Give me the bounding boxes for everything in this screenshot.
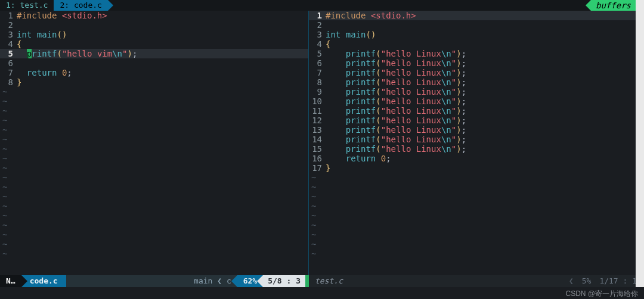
code-line[interactable]: 8} (0, 77, 308, 87)
code-line[interactable]: 7 return 0; (0, 68, 308, 77)
editor-pane-right[interactable]: 1#include <stdio.h>23int main()4{5 print… (309, 11, 644, 275)
empty-line: ~ (309, 211, 644, 220)
code-line[interactable]: 2 (0, 20, 308, 30)
code-area-left[interactable]: 1#include <stdio.h>23int main()4{5 print… (0, 11, 308, 275)
line-content[interactable]: printf("hello Linux\n"); (326, 106, 466, 116)
line-content[interactable]: } (17, 77, 21, 87)
scrollbar[interactable] (636, 0, 644, 287)
tilde-icon: ~ (0, 163, 7, 173)
buffers-badge[interactable]: buffers (591, 0, 636, 11)
empty-line: ~ (309, 220, 644, 230)
tilde-icon: ~ (309, 220, 316, 230)
code-line[interactable]: 3int main() (309, 30, 644, 39)
code-line[interactable]: 7 printf("hello Linux\n"); (309, 68, 644, 77)
tilde-icon: ~ (309, 173, 316, 182)
line-number: 6 (309, 58, 326, 68)
empty-line: ~ (309, 230, 644, 239)
code-line[interactable]: 3int main() (0, 30, 308, 39)
empty-line: ~ (0, 182, 308, 192)
line-number: 4 (0, 39, 17, 49)
empty-line: ~ (0, 87, 308, 96)
code-line[interactable]: 1#include <stdio.h> (0, 11, 308, 20)
tilde-icon: ~ (0, 230, 7, 239)
empty-line: ~ (0, 135, 308, 144)
line-number: 10 (309, 96, 326, 106)
line-number: 7 (309, 68, 326, 77)
line-number: 9 (309, 87, 326, 96)
empty-line: ~ (0, 154, 308, 163)
line-content[interactable]: printf("hello Linux\n"); (326, 68, 466, 77)
code-line[interactable]: 5 printf("hello vim\n"); (0, 49, 308, 58)
empty-line: ~ (0, 144, 308, 154)
code-line[interactable]: 6 printf("hello Linux\n"); (309, 58, 644, 68)
empty-line: ~ (0, 173, 308, 182)
tilde-icon: ~ (309, 201, 316, 211)
line-content[interactable]: printf("hello Linux\n"); (326, 58, 466, 68)
tab-test-c[interactable]: 1: test.c (0, 0, 54, 11)
line-content[interactable]: { (17, 39, 21, 49)
code-line[interactable]: 10 printf("hello Linux\n"); (309, 96, 644, 106)
line-content[interactable]: int main() (17, 30, 67, 39)
empty-line: ~ (0, 220, 308, 230)
empty-line: ~ (0, 116, 308, 125)
empty-line: ~ (309, 192, 644, 201)
code-line[interactable]: 15 printf("hello Linux\n"); (309, 144, 644, 154)
chevron-left-icon: ❮ (569, 275, 574, 287)
empty-line: ~ (0, 211, 308, 220)
code-line[interactable]: 13 printf("hello Linux\n"); (309, 125, 644, 135)
tilde-icon: ~ (0, 116, 7, 125)
code-line[interactable]: 4{ (309, 39, 644, 49)
line-content[interactable]: printf("hello Linux\n"); (326, 49, 466, 58)
line-number: 13 (309, 125, 326, 135)
code-line[interactable]: 9 printf("hello Linux\n"); (309, 87, 644, 96)
line-number: 14 (309, 135, 326, 144)
line-content[interactable]: printf("hello Linux\n"); (326, 96, 466, 106)
tilde-icon: ~ (309, 239, 316, 249)
line-number: 4 (309, 39, 326, 49)
line-content[interactable]: { (326, 39, 330, 49)
line-content[interactable]: #include <stdio.h> (326, 11, 416, 20)
tilde-icon: ~ (0, 135, 7, 144)
tilde-icon: ~ (309, 182, 316, 192)
line-content[interactable]: printf("hello Linux\n"); (326, 116, 466, 125)
empty-line: ~ (309, 173, 644, 182)
code-line[interactable]: 8 printf("hello Linux\n"); (309, 77, 644, 87)
line-content[interactable]: #include <stdio.h> (17, 11, 107, 20)
code-line[interactable]: 16 return 0; (309, 154, 644, 163)
line-content[interactable]: printf("hello Linux\n"); (326, 135, 466, 144)
code-area-right[interactable]: 1#include <stdio.h>23int main()4{5 print… (309, 11, 644, 275)
code-line[interactable]: 2 (309, 20, 644, 30)
line-content[interactable]: int main() (326, 30, 376, 39)
line-number: 8 (309, 77, 326, 87)
status-right-pane: test.c ❮ 5% 1/17 : 1 (309, 275, 644, 287)
code-line[interactable]: 17} (309, 163, 644, 173)
code-line[interactable]: 14 printf("hello Linux\n"); (309, 135, 644, 144)
line-content[interactable]: printf("hello Linux\n"); (326, 87, 466, 96)
code-line[interactable]: 1#include <stdio.h> (309, 11, 644, 20)
tab-code-c[interactable]: 2: code.c (54, 0, 107, 11)
code-line[interactable]: 5 printf("hello Linux\n"); (309, 49, 644, 58)
status-func-filetype: main ❮ c (66, 275, 237, 287)
line-number: 5 (309, 49, 326, 58)
editor-pane-left[interactable]: 1#include <stdio.h>23int main()4{5 print… (0, 11, 309, 275)
empty-line: ~ (0, 96, 308, 106)
code-line[interactable]: 6 (0, 58, 308, 68)
code-line[interactable]: 11 printf("hello Linux\n"); (309, 106, 644, 116)
line-content[interactable]: return 0; (326, 154, 391, 163)
line-content[interactable]: printf("hello Linux\n"); (326, 77, 466, 87)
line-content[interactable]: printf("hello Linux\n"); (326, 125, 466, 135)
line-number: 17 (309, 163, 326, 173)
code-line[interactable]: 4{ (0, 39, 308, 49)
line-content[interactable]: printf("hello vim\n"); (17, 49, 137, 58)
empty-line: ~ (0, 201, 308, 211)
empty-line: ~ (0, 106, 308, 116)
line-content[interactable]: } (326, 163, 330, 173)
line-number: 1 (0, 11, 17, 20)
line-content[interactable]: printf("hello Linux\n"); (326, 144, 466, 154)
code-line[interactable]: 12 printf("hello Linux\n"); (309, 116, 644, 125)
tilde-icon: ~ (0, 96, 7, 106)
line-number: 7 (0, 68, 17, 77)
status-inactive-position: 1/17 : 1 (599, 275, 637, 287)
status-left-pane: N… code.c main ❮ c 62% 5/8 : 3 (0, 275, 309, 287)
line-content[interactable]: return 0; (17, 68, 72, 77)
